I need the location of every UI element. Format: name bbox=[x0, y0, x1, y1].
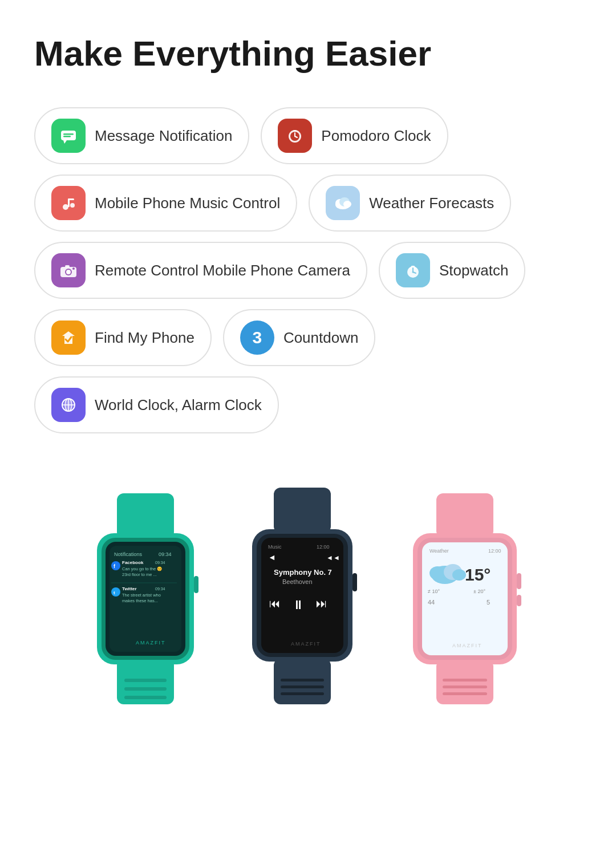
pomodoro-label: Pomodoro Clock bbox=[321, 127, 431, 145]
world-clock-label: World Clock, Alarm Clock bbox=[95, 396, 262, 414]
feature-world-clock: World Clock, Alarm Clock bbox=[34, 376, 279, 433]
camera-icon bbox=[51, 253, 86, 287]
svg-rect-25 bbox=[411, 266, 415, 267]
svg-rect-83 bbox=[443, 692, 487, 695]
watch-black-svg: Music 12:00 ◄ ◄ ◄ Symphony No. 7 Beethov… bbox=[217, 485, 388, 707]
svg-text:Weather: Weather bbox=[429, 548, 449, 554]
features-row-3: Remote Control Mobile Phone Camera Stopw… bbox=[34, 242, 582, 299]
features-row-2: Mobile Phone Music Control Weather Forec… bbox=[34, 175, 582, 232]
svg-rect-8 bbox=[293, 130, 297, 132]
svg-text:09:34: 09:34 bbox=[159, 551, 172, 557]
svg-rect-20 bbox=[65, 265, 70, 267]
stopwatch-label: Stopwatch bbox=[439, 262, 508, 279]
svg-text:⏮: ⏮ bbox=[269, 597, 281, 610]
feature-camera: Remote Control Mobile Phone Camera bbox=[34, 242, 367, 299]
svg-rect-80 bbox=[436, 660, 493, 704]
svg-text:◄: ◄ bbox=[333, 554, 340, 562]
watch-pink-svg: Weather 12:00 15° ≠ 10° ± 20° 44 5 AMAZF… bbox=[376, 490, 553, 707]
countdown-label: Countdown bbox=[283, 329, 359, 347]
world-clock-icon bbox=[51, 388, 86, 422]
svg-rect-37 bbox=[124, 696, 167, 699]
svg-rect-63 bbox=[281, 692, 324, 695]
features-row-5: World Clock, Alarm Clock bbox=[34, 376, 582, 433]
feature-message-notification: Message Notification bbox=[34, 107, 249, 164]
svg-text:09:34: 09:34 bbox=[155, 561, 165, 565]
svg-text:≠ 10°: ≠ 10° bbox=[428, 589, 440, 594]
svg-rect-59 bbox=[274, 488, 331, 533]
svg-text:◄: ◄ bbox=[268, 553, 276, 562]
watch-teal-svg: Notifications 09:34 f Facebook 09:34 Can… bbox=[63, 490, 228, 707]
feature-weather: Weather Forecasts bbox=[309, 175, 511, 232]
svg-rect-78 bbox=[352, 573, 357, 591]
svg-text:15°: 15° bbox=[465, 565, 491, 584]
svg-text:5: 5 bbox=[487, 599, 490, 606]
svg-text:AMAZFIT: AMAZFIT bbox=[452, 643, 483, 648]
weather-label: Weather Forecasts bbox=[369, 194, 494, 212]
svg-point-19 bbox=[66, 270, 71, 274]
message-notification-label: Message Notification bbox=[95, 127, 232, 145]
svg-rect-62 bbox=[281, 685, 324, 688]
music-icon bbox=[51, 186, 86, 220]
svg-rect-12 bbox=[68, 198, 74, 200]
features-row-1: Message Notification Pomodoro Clock bbox=[34, 107, 582, 164]
svg-rect-0 bbox=[61, 131, 76, 140]
svg-point-90 bbox=[429, 566, 445, 580]
svg-rect-79 bbox=[436, 493, 493, 538]
svg-rect-33 bbox=[117, 493, 174, 539]
svg-rect-100 bbox=[517, 595, 521, 606]
feature-stopwatch: Stopwatch bbox=[379, 242, 525, 299]
svg-text:Twitter: Twitter bbox=[122, 586, 137, 591]
svg-text:AMAZFIT: AMAZFIT bbox=[136, 640, 166, 646]
svg-point-26 bbox=[412, 271, 414, 273]
svg-text:⏭: ⏭ bbox=[316, 597, 327, 610]
svg-text:± 20°: ± 20° bbox=[473, 589, 485, 594]
watch-pink: Weather 12:00 15° ≠ 10° ± 20° 44 5 AMAZF… bbox=[376, 490, 553, 709]
svg-text:AMAZFIT: AMAZFIT bbox=[291, 641, 321, 647]
svg-rect-36 bbox=[124, 687, 167, 691]
features-grid: Message Notification Pomodoro Clock bbox=[34, 107, 582, 433]
svg-text:23rd floor to me ...: 23rd floor to me ... bbox=[122, 572, 157, 577]
pomodoro-icon bbox=[278, 119, 312, 153]
music-label: Mobile Phone Music Control bbox=[95, 194, 280, 212]
svg-text:t: t bbox=[114, 590, 115, 595]
svg-text:Notifications: Notifications bbox=[114, 551, 143, 557]
svg-point-44 bbox=[111, 561, 120, 570]
svg-marker-1 bbox=[63, 140, 67, 144]
svg-rect-2 bbox=[63, 133, 74, 135]
svg-rect-35 bbox=[124, 679, 167, 682]
svg-text:Symphony No. 7: Symphony No. 7 bbox=[274, 568, 332, 577]
feature-find-phone: Find My Phone bbox=[34, 309, 212, 366]
svg-text:Can you go to the 😊: Can you go to the 😊 bbox=[122, 566, 163, 571]
features-row-4: Find My Phone 3 Countdown bbox=[34, 309, 582, 366]
svg-rect-99 bbox=[517, 573, 521, 589]
svg-rect-82 bbox=[443, 685, 487, 688]
find-phone-icon bbox=[51, 321, 86, 355]
page-title: Make Everything Easier bbox=[34, 34, 582, 73]
svg-point-10 bbox=[70, 203, 75, 208]
svg-text:Music: Music bbox=[268, 544, 282, 550]
svg-rect-58 bbox=[194, 576, 198, 593]
svg-text:Beethoven: Beethoven bbox=[282, 578, 313, 585]
stopwatch-icon bbox=[396, 253, 430, 287]
svg-text:makes these has...: makes these has... bbox=[122, 598, 158, 603]
watch-teal: Notifications 09:34 f Facebook 09:34 Can… bbox=[63, 490, 228, 709]
svg-text:The street artist who: The street artist who bbox=[122, 593, 161, 598]
feature-pomodoro: Pomodoro Clock bbox=[261, 107, 448, 164]
camera-label: Remote Control Mobile Phone Camera bbox=[95, 262, 350, 279]
watches-section: Notifications 09:34 f Facebook 09:34 Can… bbox=[34, 473, 582, 721]
watch-black: Music 12:00 ◄ ◄ ◄ Symphony No. 7 Beethov… bbox=[217, 485, 388, 709]
countdown-icon: 3 bbox=[240, 321, 274, 355]
svg-text:09:34: 09:34 bbox=[155, 587, 165, 591]
svg-point-9 bbox=[63, 204, 68, 210]
svg-point-16 bbox=[343, 201, 351, 208]
svg-text:12:00: 12:00 bbox=[488, 548, 501, 554]
feature-music: Mobile Phone Music Control bbox=[34, 175, 297, 232]
svg-text:⏸: ⏸ bbox=[292, 598, 305, 612]
svg-rect-81 bbox=[443, 679, 487, 681]
svg-text:44: 44 bbox=[428, 599, 435, 606]
svg-rect-3 bbox=[63, 136, 71, 137]
svg-rect-86 bbox=[422, 542, 508, 655]
svg-rect-61 bbox=[281, 679, 324, 681]
message-notification-icon bbox=[51, 119, 86, 153]
weather-icon bbox=[326, 186, 360, 220]
